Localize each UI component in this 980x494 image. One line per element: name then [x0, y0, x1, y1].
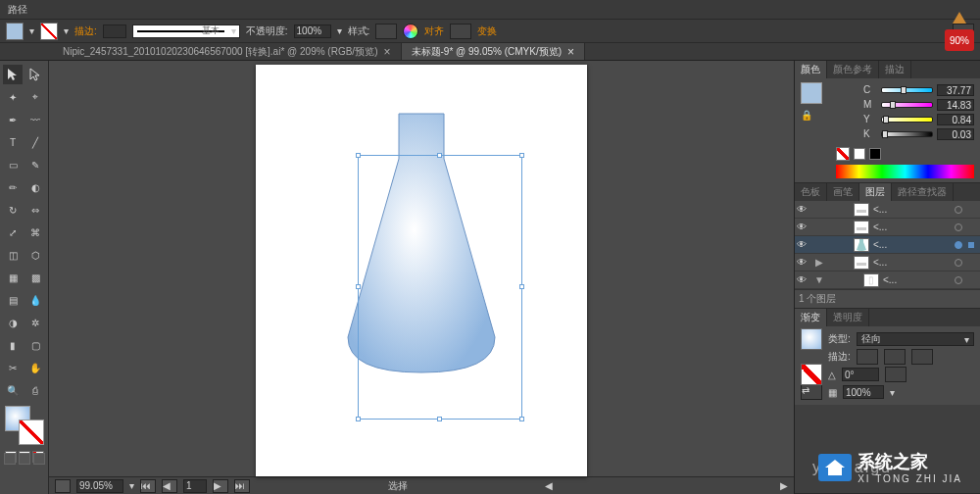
layer-row[interactable]: 👁 ▬<...: [795, 219, 980, 236]
width-tool[interactable]: ⌘: [25, 222, 45, 242]
pencil-tool[interactable]: ✏: [3, 177, 23, 197]
artboard-tool[interactable]: ▢: [25, 335, 45, 355]
visibility-eye-icon[interactable]: 👁: [795, 238, 808, 252]
slice-tool[interactable]: ✂: [3, 358, 23, 377]
isolate-button[interactable]: [450, 24, 471, 39]
artboard-next-icon[interactable]: ▶: [213, 479, 228, 493]
disclosure-triangle-icon[interactable]: ▶: [814, 257, 824, 268]
gpu-preview-icon[interactable]: [55, 479, 71, 493]
angle-input[interactable]: [842, 368, 879, 381]
stroke-swatch[interactable]: [40, 23, 58, 40]
mesh-tool[interactable]: ▩: [25, 268, 45, 287]
gradient-type-dropdown[interactable]: 径向▾: [857, 332, 974, 346]
fill-swatch[interactable]: [6, 23, 24, 40]
scroll-arrow-left-icon[interactable]: ◀: [545, 480, 553, 491]
visibility-eye-icon[interactable]: 👁: [795, 273, 808, 287]
artboard-first-icon[interactable]: ⏮: [140, 479, 156, 493]
tab-gradient[interactable]: 渐变: [795, 309, 827, 326]
disclosure-triangle-icon[interactable]: ▼: [814, 274, 824, 285]
artboard-last-icon[interactable]: ⏭: [234, 479, 250, 493]
free-transform-tool[interactable]: ◫: [3, 245, 23, 265]
stroke-indicator[interactable]: [19, 420, 44, 445]
print-tiling-tool[interactable]: ⎙: [25, 380, 45, 400]
graphic-style-dropdown[interactable]: [375, 24, 397, 39]
canvas-area[interactable]: ▾ ⏮ ◀ ▶ ⏭ 选择 ◀ ▶: [49, 61, 794, 494]
artboard-index-input[interactable]: [183, 479, 207, 493]
tab-swatches[interactable]: 色板: [795, 183, 827, 201]
gradient-tool[interactable]: ▤: [3, 290, 23, 310]
target-icon[interactable]: [955, 276, 962, 284]
none-swatch-icon[interactable]: [836, 147, 850, 161]
layer-row[interactable]: 👁 <...: [795, 236, 980, 254]
line-tool[interactable]: ╱: [25, 132, 45, 152]
gradient-preview-swatch[interactable]: [801, 328, 822, 350]
layer-row[interactable]: 👁 ▶ ▬<...: [795, 254, 980, 272]
layer-row[interactable]: 👁 ▬<...: [795, 201, 980, 219]
target-icon[interactable]: [955, 206, 962, 214]
eyedropper-tool[interactable]: 💧: [25, 290, 45, 310]
fill-preview-swatch[interactable]: [801, 82, 822, 104]
tab-nipic[interactable]: Nipic_2457331_20101020230646567000 [转换].…: [53, 43, 402, 60]
spectrum-bar[interactable]: [836, 165, 974, 178]
curvature-tool[interactable]: 〰: [25, 110, 45, 129]
white-swatch-icon[interactable]: [854, 148, 865, 160]
k-value[interactable]: 0.03: [937, 128, 974, 140]
zoom-input[interactable]: [76, 479, 123, 493]
rectangle-tool[interactable]: ▭: [3, 155, 23, 174]
visibility-eye-icon[interactable]: 👁: [795, 221, 808, 234]
type-tool[interactable]: T: [3, 132, 23, 152]
lasso-tool[interactable]: ⌖: [25, 87, 45, 107]
artboard[interactable]: [256, 65, 587, 476]
tab-layers[interactable]: 图层: [859, 183, 892, 201]
c-value[interactable]: 37.77: [937, 84, 974, 96]
lock-icon[interactable]: 🔒: [801, 110, 814, 124]
tab-color[interactable]: 颜色: [795, 61, 827, 78]
dropdown-arrow-icon[interactable]: ▾: [890, 387, 895, 398]
tab-color-guide[interactable]: 颜色参考: [827, 61, 879, 78]
y-value[interactable]: 0.84: [937, 114, 974, 125]
tab-untitled-9[interactable]: 未标题-9* @ 99.05% (CMYK/预览)×: [402, 43, 586, 60]
visibility-eye-icon[interactable]: 👁: [795, 256, 808, 270]
column-graph-tool[interactable]: ▮: [3, 335, 23, 355]
sync-badge[interactable]: 90%: [945, 29, 974, 51]
transform-label[interactable]: 变换: [477, 25, 497, 38]
close-icon[interactable]: ×: [383, 45, 390, 59]
c-slider[interactable]: [881, 87, 933, 93]
selection-tool[interactable]: [3, 65, 23, 84]
blend-tool[interactable]: ◑: [3, 313, 23, 332]
flask-shape[interactable]: [338, 112, 505, 376]
scroll-arrow-right-icon[interactable]: ▶: [780, 480, 788, 491]
reverse-gradient-icon[interactable]: ⇄: [801, 384, 822, 400]
m-value[interactable]: 14.83: [937, 99, 974, 111]
magic-wand-tool[interactable]: ✦: [3, 87, 23, 107]
k-slider[interactable]: [881, 131, 933, 137]
target-icon[interactable]: [955, 259, 962, 267]
y-slider[interactable]: [881, 117, 933, 123]
visibility-eye-icon[interactable]: 👁: [795, 203, 808, 217]
paintbrush-tool[interactable]: ✎: [25, 155, 45, 174]
tab-transparency[interactable]: 透明度: [827, 309, 869, 326]
draw-normal-icon[interactable]: [4, 453, 16, 465]
dropdown-arrow-icon[interactable]: ▾: [337, 25, 342, 36]
stroke-width-input[interactable]: [103, 25, 126, 38]
draw-inside-icon[interactable]: [33, 453, 45, 465]
eraser-tool[interactable]: ◐: [25, 177, 45, 197]
recolor-button[interactable]: [403, 24, 418, 39]
gradient-edit-swatch[interactable]: [801, 364, 822, 385]
direct-selection-tool[interactable]: [25, 65, 45, 84]
opacity-input[interactable]: [294, 25, 331, 38]
tab-pathfinder[interactable]: 路径查找器: [892, 183, 954, 201]
stroke-grad-mode-3-icon[interactable]: [911, 349, 933, 365]
stroke-grad-mode-1-icon[interactable]: [857, 349, 878, 365]
target-icon[interactable]: [955, 241, 962, 249]
draw-behind-icon[interactable]: [19, 453, 30, 465]
layer-row[interactable]: 👁 ▼ ▯<...: [795, 272, 980, 289]
pen-tool[interactable]: ✒: [3, 110, 23, 129]
dropdown-arrow-icon[interactable]: ▾: [29, 25, 34, 36]
dropdown-arrow-icon[interactable]: ▾: [129, 480, 134, 491]
tab-brushes[interactable]: 画笔: [827, 183, 859, 201]
stroke-grad-mode-2-icon[interactable]: [884, 349, 906, 365]
align-label[interactable]: 对齐: [424, 25, 444, 38]
perspective-grid-tool[interactable]: ▦: [3, 268, 23, 287]
m-slider[interactable]: [881, 102, 933, 108]
